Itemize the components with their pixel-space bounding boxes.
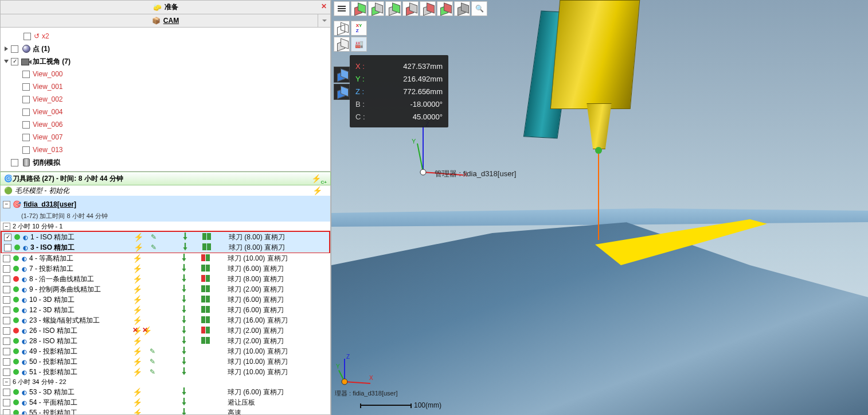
- operation-row[interactable]: ◐ 9 - 控制两条曲线精加工 ⚡ 球刀 (2.00) 直柄刀: [1, 284, 330, 294]
- tree-view-item[interactable]: View_004: [1, 106, 330, 118]
- bolt-icon[interactable]: ⚡C+: [311, 174, 327, 185]
- checkbox[interactable]: [11, 159, 18, 166]
- view-front-button[interactable]: [368, 1, 384, 16]
- checkbox[interactable]: [3, 358, 10, 366]
- operation-row[interactable]: ◐ 10 - 3D 精加工 ⚡ 球刀 (6.00) 直柄刀: [1, 294, 330, 305]
- checkbox[interactable]: [22, 134, 30, 141]
- cam-header[interactable]: 📦 CAM: [0, 14, 331, 28]
- bolt-icon[interactable]: ⚡: [132, 336, 142, 346]
- checkbox[interactable]: [3, 348, 10, 355]
- checkbox[interactable]: [11, 58, 18, 65]
- checkbox[interactable]: [3, 276, 10, 283]
- expander-icon[interactable]: [3, 46, 10, 51]
- blank-model-row[interactable]: 🟢 毛坯模型 - 初始化 ⚡: [1, 185, 330, 196]
- operation-row[interactable]: ◐ 1 - ISO 精加工 ⚡ ✎ 球刀 (8.00) 直柄刀: [2, 232, 329, 242]
- view-back-button[interactable]: [437, 1, 453, 16]
- machine-button[interactable]: 🏭: [351, 37, 367, 52]
- operation-row[interactable]: ◐ 28 - ISO 精加工 ⚡ 球刀 (2.00) 直柄刀: [1, 336, 330, 346]
- operation-row[interactable]: ◐ 55 - 投影精加工 ⚡ 高速: [1, 408, 330, 415]
- bolt-icon[interactable]: ⚡: [132, 254, 142, 263]
- view-left-button[interactable]: [420, 1, 436, 16]
- bolt-icon[interactable]: ⚡: [132, 387, 142, 397]
- operation-row[interactable]: ◐ 8 - 沿一条曲线精加工 ⚡ 球刀 (8.00) 直柄刀: [1, 274, 330, 284]
- operation-row[interactable]: ◐ 23 - 螺旋/辐射式精加工 ⚡ 球刀 (16.00) 直柄刀: [1, 315, 330, 325]
- dropdown-handle[interactable]: [318, 14, 330, 27]
- operation-row[interactable]: ◐ 4 - 等高精加工 ⚡ 球刀 (10.00) 直柄刀: [1, 253, 330, 263]
- operation-row[interactable]: ◐ 54 - 平面精加工 ⚡ 避让压板: [1, 397, 330, 408]
- axis-button[interactable]: XYZ: [351, 21, 367, 36]
- operation-row[interactable]: ◐ 53 - 3D 精加工 ⚡ 球刀 (6.00) 直柄刀: [1, 387, 330, 397]
- part-toggle[interactable]: [334, 84, 350, 100]
- view-iso-button[interactable]: [351, 1, 367, 16]
- view-right-button[interactable]: [402, 1, 419, 16]
- view-bottom-button[interactable]: [454, 1, 470, 16]
- bolt-icon[interactable]: ⚡: [132, 408, 142, 415]
- bolt-icon[interactable]: ⚡: [132, 357, 142, 366]
- tree-cutsim[interactable]: 切削模拟: [1, 156, 330, 169]
- bolt-icon[interactable]: ⚡: [132, 305, 142, 315]
- tree-viewgroup[interactable]: 加工视角 (7): [1, 55, 330, 68]
- operation-row[interactable]: ◐ 51 - 投影精加工 ⚡ ✎ 球刀 (10.00) 直柄刀: [1, 367, 330, 377]
- bolt-icon[interactable]: ⚡: [132, 367, 142, 377]
- checkbox[interactable]: [3, 317, 10, 324]
- bolt-icon[interactable]: ⚡: [312, 186, 322, 195]
- checkbox[interactable]: [4, 234, 11, 241]
- tree-view-item[interactable]: View_002: [1, 93, 330, 106]
- viewport-3d[interactable]: 🔍 XYZ 🏭 X :427.537mm Y :216.492mm Z :772…: [331, 0, 868, 415]
- checkbox[interactable]: [3, 399, 10, 406]
- checkbox[interactable]: [3, 409, 10, 416]
- checkbox[interactable]: [3, 369, 10, 376]
- checkbox[interactable]: [22, 96, 30, 103]
- collapse-icon[interactable]: −: [3, 201, 10, 208]
- checkbox[interactable]: [3, 255, 10, 262]
- checkbox[interactable]: [22, 121, 30, 129]
- bolt-icon[interactable]: ⚡: [132, 316, 142, 325]
- checkbox[interactable]: [3, 265, 10, 273]
- checkbox[interactable]: [22, 108, 30, 116]
- expander-icon[interactable]: [3, 60, 10, 63]
- collapse-icon[interactable]: −: [3, 378, 10, 386]
- bolt-icon[interactable]: ⚡: [132, 285, 142, 294]
- operation-row[interactable]: ◐ 7 - 投影精加工 ⚡ 球刀 (6.00) 直柄刀: [1, 263, 330, 274]
- tree-points[interactable]: 点 (1): [1, 42, 330, 55]
- operation-row[interactable]: ◐ 50 - 投影精加工 ⚡ ✎ 球刀 (10.00) 直柄刀: [1, 356, 330, 367]
- checkbox[interactable]: [4, 244, 11, 251]
- operation-row[interactable]: ◐ 49 - 投影精加工 ⚡ ✎ 球刀 (10.00) 直柄刀: [1, 346, 330, 356]
- checkbox[interactable]: [11, 45, 18, 53]
- operation-row[interactable]: ◐ 3 - ISO 精加工 ⚡ ✎ 球刀 (8.00) 直柄刀: [2, 242, 329, 253]
- bolt-icon[interactable]: ⚡: [132, 274, 142, 284]
- checkbox[interactable]: [3, 296, 10, 304]
- wire-button[interactable]: [334, 21, 350, 36]
- operation-row[interactable]: ◐ 12 - 3D 精加工 ⚡ 球刀 (6.00) 直柄刀: [1, 305, 330, 315]
- checkbox[interactable]: [22, 146, 30, 154]
- shade-button[interactable]: [334, 37, 350, 52]
- tree-view-item[interactable]: View_001: [1, 80, 330, 93]
- menu-button[interactable]: [334, 1, 350, 16]
- checkbox[interactable]: [24, 33, 31, 40]
- tree-x2[interactable]: ↺ x2: [1, 30, 330, 42]
- view-top-button[interactable]: [385, 1, 401, 16]
- close-icon[interactable]: ✕: [321, 2, 327, 10]
- checkbox[interactable]: [3, 327, 10, 335]
- time-row[interactable]: − 6 小时 34 分钟 - 22: [1, 377, 330, 387]
- bolt-icon[interactable]: ⚡: [132, 264, 142, 273]
- bolt-icon[interactable]: ⚡: [134, 243, 143, 252]
- checkbox[interactable]: [3, 389, 10, 396]
- tree-view-item[interactable]: View_007: [1, 131, 330, 143]
- checkbox[interactable]: [3, 286, 10, 293]
- bolt-icon[interactable]: ⚡: [132, 398, 142, 407]
- checkbox[interactable]: [22, 83, 30, 91]
- bolt-icon[interactable]: ⚡: [134, 232, 143, 242]
- bolt-icon[interactable]: ⚡: [132, 326, 142, 335]
- tree-view-item[interactable]: View_000: [1, 68, 330, 80]
- stock-toggle[interactable]: [334, 67, 350, 83]
- tree-view-item[interactable]: View_006: [1, 118, 330, 131]
- checkbox[interactable]: [3, 338, 10, 345]
- checkbox[interactable]: [22, 71, 30, 78]
- operations-list[interactable]: 🟢 毛坯模型 - 初始化 ⚡ − 🎯 fidia_d318[user] (1-7…: [0, 185, 331, 415]
- operation-row[interactable]: ◐ 26 - ISO 精加工 ⚡⚡ 球刀 (2.00) 直柄刀: [1, 325, 330, 336]
- time-row[interactable]: − 2 小时 10 分钟 - 1: [1, 222, 330, 231]
- op-group[interactable]: − 🎯 fidia_d318[user] (1-72) 加工时间 8 小时 44…: [1, 196, 330, 222]
- checkbox[interactable]: [3, 307, 10, 314]
- zoom-fit-button[interactable]: 🔍: [471, 1, 487, 16]
